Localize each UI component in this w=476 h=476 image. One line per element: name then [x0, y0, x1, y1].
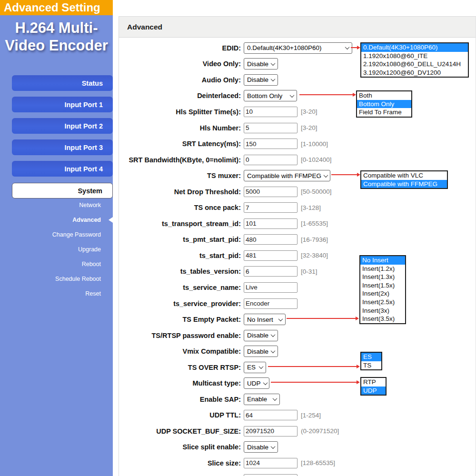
sidebar-item-input-port-1[interactable]: Input Port 1	[12, 97, 113, 112]
video-only-select-value: Disable	[247, 60, 268, 68]
slice-size-label: Slice size:	[119, 459, 241, 467]
form-row-ts-once-pack: TS once pack:[3-128]	[119, 199, 476, 216]
device-title-line2: Video Encoder	[0, 37, 113, 54]
ts-pmt-start-pid-label: ts_pmt_start_pid:	[119, 236, 241, 243]
ts-empty-packet-options-item-insert-3-5x[interactable]: Insert(3.5x)	[360, 315, 405, 323]
sidebar-item-network[interactable]: Network	[0, 198, 113, 212]
ts-service-name-input[interactable]	[244, 282, 298, 293]
ts-empty-packet-options-item-insert-2x[interactable]: Insert(2x)	[360, 289, 405, 298]
min-qp-input[interactable]	[244, 474, 298, 476]
multicast-type-select[interactable]: UDP	[244, 377, 269, 389]
sidebar-item-input-port-3[interactable]: Input Port 3	[12, 139, 113, 155]
sidebar-item-reset[interactable]: Reset	[0, 286, 113, 301]
edid-options-item-2-1920x1080-60-dell-u2414h[interactable]: 2.1920x1080@60_DELL_U2414H	[361, 60, 468, 69]
enable-sap-select[interactable]: Enable	[244, 394, 280, 405]
edid-select[interactable]: 0.Default(4K30+1080P60)	[244, 42, 352, 54]
slice-split-enable-select[interactable]: Disable	[244, 441, 278, 453]
video-only-select[interactable]: Disable	[244, 58, 278, 69]
form-row-ts-rtsp-password-enable: TS/RTSP password enable:Disable	[119, 327, 476, 344]
deinterlaced-options-item-both[interactable]: Both	[357, 91, 411, 100]
sidebar-item-status[interactable]: Status	[12, 75, 113, 91]
srt-latency-ms-input[interactable]	[244, 139, 298, 149]
ts-transport-stream-id-input[interactable]	[244, 218, 298, 229]
ts-muxer-options-item-compatible-with-ffmpeg[interactable]: Compatible with FFMPEG	[361, 180, 447, 188]
deinterlaced-options-item-field-to-frame[interactable]: Field To Frame	[357, 108, 411, 117]
sidebar-item-schedule-reboot[interactable]: Schedule Reboot	[0, 271, 113, 286]
form-row-ts-transport-stream-id: ts_transport_stream_id:[1-65535]	[119, 216, 476, 232]
red-pointer-arrow-icon	[351, 47, 357, 48]
sidebar-item-system[interactable]: System	[12, 183, 113, 198]
multicast-type-options-item-rtp[interactable]: RTP	[361, 378, 386, 387]
sidebar-item-input-port-4[interactable]: Input Port 4	[12, 161, 113, 177]
ts-muxer-options-item-compatible-with-vlc[interactable]: Compatible with VLC	[361, 171, 447, 180]
ts-empty-packet-options-item-insert-1-3x[interactable]: Insert(1.3x)	[360, 273, 405, 281]
sidebar-item-change-password[interactable]: Change Password	[0, 227, 113, 242]
chevron-down-icon	[273, 396, 278, 401]
ts-service-provider-input[interactable]	[244, 298, 298, 309]
sidebar-item-reboot[interactable]: Reboot	[0, 257, 113, 271]
sidebar-item-upgrade[interactable]: Upgrade	[0, 242, 113, 257]
audio-only-label: Audio Only:	[119, 76, 241, 84]
vmix-compatible-select-value: Disable	[247, 348, 268, 355]
sidebar: H.264 Multi- Video Encoder StatusInput P…	[0, 15, 113, 476]
ts-pmt-start-pid-input[interactable]	[244, 234, 298, 245]
ts-empty-packet-options-item-insert-1-2x[interactable]: Insert(1.2x)	[360, 265, 405, 273]
hls-splitter-time-s-input[interactable]	[244, 107, 298, 117]
vmix-compatible-select[interactable]: Disable	[244, 346, 278, 357]
ts-tables-version-label: ts_tables_version:	[119, 268, 241, 275]
sidebar-links: NetworkAdvancedChange PasswordUpgradeReb…	[0, 198, 113, 301]
ts-empty-packet-select[interactable]: No Insert	[244, 314, 286, 325]
srt-bandwidth-kbyte-0-nolimit-input[interactable]	[244, 155, 298, 165]
chevron-down-icon	[271, 348, 276, 353]
deinterlaced-select[interactable]: Bottom Only	[244, 90, 297, 101]
hls-splitter-time-s-label: Hls Splitter Time(s):	[119, 108, 241, 116]
ts-empty-packet-options-item-insert-3x[interactable]: Insert(3x)	[360, 307, 405, 315]
ts-once-pack-input[interactable]	[244, 202, 298, 213]
ts-muxer-options: Compatible with VLCCompatible with FFMPE…	[360, 170, 448, 189]
edid-options-item-3-1920x1200-60-dv1200[interactable]: 3.1920x1200@60_DV1200	[361, 69, 468, 77]
form-row-vmix-compatible: Vmix Compatible:Disable	[119, 343, 476, 359]
ts-empty-packet-options-item-no-insert[interactable]: No Insert	[360, 256, 405, 265]
audio-only-select[interactable]: Disable	[244, 74, 278, 86]
udp-socket-buf-size-input[interactable]	[244, 426, 298, 436]
ts-over-rtsp-select[interactable]: ES	[244, 362, 266, 373]
hls-number-range-hint: [3-20]	[301, 124, 317, 131]
red-pointer-arrow-icon	[331, 174, 357, 175]
ts-muxer-select[interactable]: Compatible with FFMPEG	[244, 170, 330, 181]
ts-empty-packet-label: TS Empty Packet:	[119, 316, 241, 323]
srt-bandwidth-kbyte-0-nolimit-label: SRT Bandwidth(KByte, 0=nolimit):	[119, 156, 241, 164]
ts-over-rtsp-options-item-es[interactable]: ES	[361, 353, 381, 361]
sidebar-item-advanced[interactable]: Advanced	[0, 212, 113, 227]
form-row-min-qp: MIN_QP:	[119, 471, 476, 476]
slice-size-input[interactable]	[244, 458, 298, 468]
edid-options-item-0-default-4k30-1080p60[interactable]: 0.Default(4K30+1080P60)	[361, 43, 468, 52]
ts-start-pid-input[interactable]	[244, 250, 298, 261]
audio-only-select-value: Disable	[247, 76, 268, 83]
deinterlaced-options-item-bottom-only[interactable]: Bottom Only	[357, 100, 411, 109]
ts-over-rtsp-options-item-ts[interactable]: TS	[361, 361, 381, 370]
ts-tables-version-input[interactable]	[244, 266, 298, 277]
red-pointer-arrow-icon	[287, 318, 356, 319]
ts-tables-version-range-hint: [0-31]	[301, 268, 317, 275]
ts-empty-packet-options-item-insert-2-5x[interactable]: Insert(2.5x)	[360, 298, 405, 307]
ts-empty-packet-options-item-insert-1-5x[interactable]: Insert(1.5x)	[360, 281, 405, 290]
ts-rtsp-password-enable-select[interactable]: Disable	[244, 330, 278, 341]
hls-number-input[interactable]	[244, 123, 298, 133]
ts-start-pid-label: ts_start_pid:	[119, 252, 241, 259]
chevron-down-icon	[271, 444, 276, 449]
srt-latency-ms-label: SRT Latency(ms):	[119, 140, 241, 148]
multicast-type-select-value: UDP	[247, 380, 261, 387]
edid-options: 0.Default(4K30+1080P60)1.1920x1080@60_IT…	[360, 42, 469, 78]
udp-ttl-input[interactable]	[244, 410, 298, 420]
multicast-type-options-item-udp[interactable]: UDP	[361, 387, 386, 395]
sidebar-item-input-port-2[interactable]: Input Port 2	[12, 118, 113, 134]
chevron-down-icon	[324, 173, 328, 178]
chevron-down-icon	[271, 77, 276, 81]
chevron-down-icon	[278, 317, 283, 321]
form-row-ts-service-name: ts_service_name:	[119, 279, 476, 296]
edid-label: EDID:	[119, 44, 241, 52]
net-drop-threshold-input[interactable]	[244, 187, 298, 197]
edid-options-item-1-1920x1080-60-ite[interactable]: 1.1920x1080@60_ITE	[361, 52, 468, 60]
vmix-compatible-label: Vmix Compatible:	[119, 347, 241, 355]
form-row-ts-pmt-start-pid: ts_pmt_start_pid:[16-7936]	[119, 232, 476, 248]
